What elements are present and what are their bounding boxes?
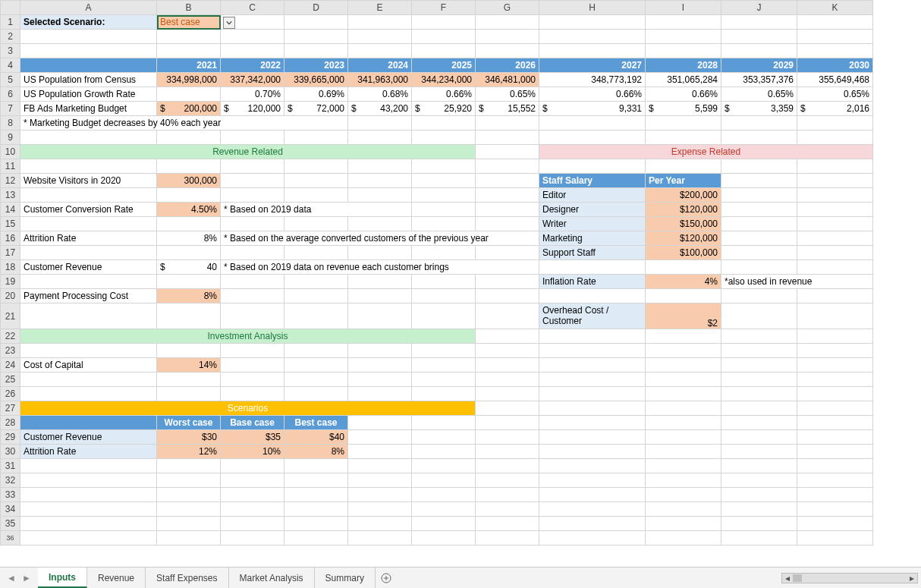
- scen-hdr-blank[interactable]: [20, 416, 157, 430]
- row-header-16[interactable]: 16: [1, 231, 20, 246]
- sheet-tab-inputs[interactable]: Inputs: [38, 568, 87, 588]
- cell-A5[interactable]: US Population from Census: [20, 73, 157, 87]
- cell-C16-note[interactable]: * Based on the average converted custome…: [221, 231, 539, 246]
- sheet-tab-summary[interactable]: Summary: [315, 568, 376, 588]
- col-header-H[interactable]: H: [539, 1, 646, 15]
- cell-B16[interactable]: 8%: [157, 231, 221, 246]
- staff-role-0[interactable]: Editor: [539, 188, 646, 203]
- row-header-23[interactable]: 23: [1, 344, 20, 358]
- col-header-A[interactable]: A: [20, 1, 157, 15]
- sheet-tab-market-analysis[interactable]: Market Analysis: [229, 568, 315, 588]
- row-header-6[interactable]: 6: [1, 87, 20, 102]
- cell-B20[interactable]: 8%: [157, 289, 221, 303]
- cell-A8[interactable]: * Marketing Budget decreases by 40% each…: [20, 116, 348, 130]
- tab-nav-next[interactable]: ►: [20, 571, 33, 585]
- cell-E4[interactable]: 2024: [348, 58, 412, 73]
- cell-A16[interactable]: Attrition Rate: [20, 231, 157, 246]
- add-sheet-button[interactable]: [376, 568, 397, 588]
- staff-header-role[interactable]: Staff Salary: [539, 174, 646, 188]
- scen-row29-label[interactable]: Customer Revenue: [20, 430, 157, 445]
- scrollbar-thumb[interactable]: [793, 574, 802, 582]
- cell-A1[interactable]: Selected Scenario:: [20, 15, 157, 30]
- row-header-8[interactable]: 8: [1, 116, 20, 130]
- row-header-21[interactable]: 21: [1, 303, 20, 329]
- row-header-36[interactable]: 36: [1, 531, 20, 546]
- cell-F4[interactable]: 2025: [412, 58, 476, 73]
- staff-salary-4[interactable]: $100,000: [646, 246, 721, 260]
- staff-role-4[interactable]: Support Staff: [539, 246, 646, 260]
- row-header-1[interactable]: 1: [1, 15, 20, 30]
- row-header-12[interactable]: 12: [1, 174, 20, 188]
- cell-B14[interactable]: 4.50%: [157, 203, 221, 217]
- cell-A12[interactable]: Website Visitors in 2020: [20, 174, 157, 188]
- cell-A18[interactable]: Customer Revenue: [20, 260, 157, 275]
- cell-B12[interactable]: 300,000: [157, 174, 221, 188]
- row-header-25[interactable]: 25: [1, 373, 20, 387]
- row-header-19[interactable]: 19: [1, 275, 20, 289]
- cell-A4[interactable]: [20, 58, 157, 73]
- cell-D4[interactable]: 2023: [284, 58, 348, 73]
- cell-A7[interactable]: FB Ads Marketing Budget: [20, 102, 157, 116]
- cell-K4[interactable]: 2030: [797, 58, 873, 73]
- col-header-C[interactable]: C: [221, 1, 284, 15]
- cell-B18[interactable]: $40: [157, 260, 221, 275]
- cell-I4[interactable]: 2028: [646, 58, 721, 73]
- row-header-11[interactable]: 11: [1, 159, 20, 174]
- scroll-left-arrow-icon[interactable]: ◂: [782, 574, 793, 583]
- row-header-29[interactable]: 29: [1, 430, 20, 445]
- staff-salary-0[interactable]: $200,000: [646, 188, 721, 203]
- cell-A6[interactable]: US Population Growth Rate: [20, 87, 157, 102]
- scen-row29-base[interactable]: $35: [221, 430, 284, 445]
- cell-J5[interactable]: 353,357,376: [721, 73, 797, 87]
- row-header-5[interactable]: 5: [1, 73, 20, 87]
- cell-B5[interactable]: 334,998,000: [157, 73, 221, 87]
- inflation-label[interactable]: Inflation Rate: [539, 275, 646, 289]
- col-header-G[interactable]: G: [476, 1, 539, 15]
- staff-header-salary[interactable]: Per Year: [646, 174, 721, 188]
- scen-row30-best[interactable]: 8%: [284, 445, 348, 459]
- overhead-label[interactable]: Overhead Cost / Customer: [539, 303, 646, 329]
- col-header-F[interactable]: F: [412, 1, 476, 15]
- staff-salary-1[interactable]: $120,000: [646, 203, 721, 217]
- row-header-2[interactable]: 2: [1, 30, 20, 44]
- col-header-B[interactable]: B: [157, 1, 221, 15]
- row-header-22[interactable]: 22: [1, 329, 20, 344]
- cell-C5[interactable]: 337,342,000: [221, 73, 284, 87]
- sheet-tab-staff-expenses[interactable]: Staff Expenses: [146, 568, 229, 588]
- overhead-value[interactable]: $2: [646, 303, 721, 329]
- cell-F5[interactable]: 344,234,000: [412, 73, 476, 87]
- cell-J4[interactable]: 2029: [721, 58, 797, 73]
- row-header-18[interactable]: 18: [1, 260, 20, 275]
- scroll-right-arrow-icon[interactable]: ▸: [907, 574, 917, 583]
- scen-row30-base[interactable]: 10%: [221, 445, 284, 459]
- sheet-tab-revenue[interactable]: Revenue: [87, 568, 146, 588]
- row-header-32[interactable]: 32: [1, 473, 20, 488]
- scen-col-worst[interactable]: Worst case: [157, 416, 221, 430]
- col-header-I[interactable]: I: [646, 1, 721, 15]
- scen-row29-best[interactable]: $40: [284, 430, 348, 445]
- row-header-35[interactable]: 35: [1, 517, 20, 531]
- row-header-15[interactable]: 15: [1, 217, 20, 231]
- row-header-28[interactable]: 28: [1, 416, 20, 430]
- row-header-9[interactable]: 9: [1, 130, 20, 145]
- cell-B24[interactable]: 14%: [157, 358, 221, 373]
- scenario-dropdown-button[interactable]: [223, 17, 235, 29]
- scen-col-base[interactable]: Base case: [221, 416, 284, 430]
- cell-A20[interactable]: Payment Processing Cost: [20, 289, 157, 303]
- row-header-34[interactable]: 34: [1, 502, 20, 517]
- cell-G4[interactable]: 2026: [476, 58, 539, 73]
- row-header-7[interactable]: 7: [1, 102, 20, 116]
- staff-salary-2[interactable]: $150,000: [646, 217, 721, 231]
- row-header-31[interactable]: 31: [1, 459, 20, 473]
- row-header-30[interactable]: 30: [1, 445, 20, 459]
- spreadsheet-grid[interactable]: A B C D E F G H I J K 1 Selected Scenari…: [0, 0, 921, 567]
- row-header-20[interactable]: 20: [1, 289, 20, 303]
- scen-col-best[interactable]: Best case: [284, 416, 348, 430]
- row-header-27[interactable]: 27: [1, 401, 20, 416]
- tab-nav-prev[interactable]: ◄: [5, 571, 18, 585]
- row-header-13[interactable]: 13: [1, 188, 20, 203]
- row-header-26[interactable]: 26: [1, 387, 20, 401]
- cell-H5[interactable]: 348,773,192: [539, 73, 646, 87]
- cell-C18-note[interactable]: * Based on 2019 data on revenue each cus…: [221, 260, 539, 275]
- cell-A14[interactable]: Customer Conversion Rate: [20, 203, 157, 217]
